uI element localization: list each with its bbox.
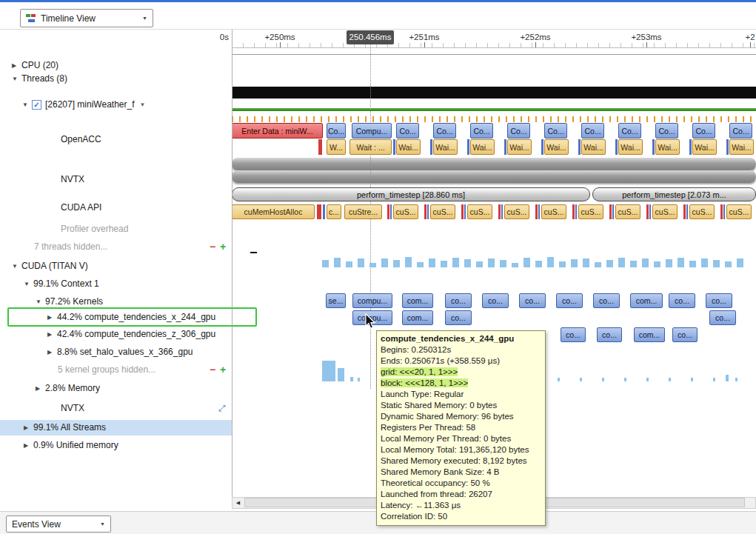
remove-hidden-rows-icon[interactable]: − xyxy=(210,364,215,376)
kernels-row-1-event[interactable]: co... xyxy=(556,293,583,308)
sidebar-row[interactable]: ▶2.8% Memory xyxy=(0,382,232,395)
kernels-row-1-event[interactable]: co... xyxy=(593,293,620,308)
cuda-api-tick[interactable] xyxy=(612,204,614,219)
add-hidden-rows-icon[interactable]: + xyxy=(220,364,226,376)
sidebar-row[interactable]: NVTX⤢ xyxy=(0,402,232,415)
openacc-wait-event[interactable]: Wai... xyxy=(655,139,680,155)
openacc-wait-tick[interactable] xyxy=(652,139,655,155)
openacc-compute-event[interactable]: Co... xyxy=(396,123,419,138)
cuda-api-tick[interactable] xyxy=(498,204,501,219)
openacc-compute-event[interactable]: Co... xyxy=(581,123,604,138)
cuda-api-event[interactable]: cuS... xyxy=(726,204,752,219)
openacc-wait-event[interactable]: Wai... xyxy=(544,139,569,155)
cuda-api-event[interactable]: cuS... xyxy=(615,204,640,219)
cuda-api-tick[interactable] xyxy=(723,204,725,219)
tree-collapse-icon[interactable]: ▼ xyxy=(12,260,21,273)
openacc-compute-event[interactable]: Co... xyxy=(507,123,530,138)
kernels-row-1-event[interactable]: se... xyxy=(326,293,346,308)
cuda-api-tick[interactable] xyxy=(461,204,464,219)
sidebar-row[interactable]: ▶CPU (20) xyxy=(0,59,232,72)
openacc-compute-event[interactable]: Co... xyxy=(618,123,641,138)
tree-collapse-icon[interactable]: ▼ xyxy=(22,99,32,111)
tree-expand-icon[interactable]: ▶ xyxy=(47,328,57,341)
sidebar-row[interactable]: ▶42.4% compute_tendencies_z_306_gpu xyxy=(0,328,232,341)
kernels-row-2-event[interactable]: co... xyxy=(709,310,736,325)
openacc-compute-event[interactable]: Co... xyxy=(327,123,346,138)
sidebar-row[interactable]: 5 kernel groups hidden...−+ xyxy=(0,364,232,376)
tree-expand-icon[interactable]: ▶ xyxy=(47,346,57,358)
cuda-api-tick[interactable] xyxy=(390,204,392,219)
kernels-row-2-event[interactable]: com... xyxy=(402,310,433,325)
openacc-wait-tick[interactable] xyxy=(467,139,469,155)
openacc-wait-event[interactable]: Wai... xyxy=(396,139,421,155)
openacc-wait-event[interactable]: Wai... xyxy=(692,139,717,155)
openacc-wait-tick[interactable] xyxy=(430,139,432,155)
cuda-api-event[interactable]: cuS... xyxy=(430,204,455,219)
sidebar-row[interactable]: ▼✓[26207] miniWeather_f▼ xyxy=(0,99,232,111)
nvtx-range-event[interactable]: perform_timestep [2.073 m... xyxy=(592,187,756,201)
cuda-api-event[interactable]: cuMemHostAlloc xyxy=(232,204,315,219)
kernels-row-3-event[interactable]: co... xyxy=(561,327,586,342)
cuda-api-tick[interactable] xyxy=(572,204,575,219)
sidebar-row[interactable]: ▼CUDA (TITAN V) xyxy=(0,260,232,273)
tree-expand-icon[interactable]: ▶ xyxy=(24,439,33,452)
cuda-api-tick[interactable] xyxy=(686,204,688,219)
cuda-api-event[interactable]: cuS... xyxy=(578,204,603,219)
openacc-compute-event[interactable]: Co... xyxy=(729,123,752,138)
cuda-api-event[interactable]: c... xyxy=(327,204,341,219)
kernels-row-3-event[interactable]: co... xyxy=(672,327,698,342)
openacc-wait-tick[interactable] xyxy=(726,139,729,155)
cuda-api-tick[interactable] xyxy=(424,204,426,219)
timeline-view-dropdown[interactable]: Timeline View ▼ xyxy=(20,9,153,27)
sidebar-row[interactable]: ▶0.9% Unified memory xyxy=(0,439,232,452)
nvtx-range-event[interactable]: perform_timestep [28.860 ms] xyxy=(232,187,590,201)
scroll-left-button[interactable]: ◀ xyxy=(233,498,244,508)
cuda-api-event[interactable]: cuS... xyxy=(467,204,492,219)
sidebar-row[interactable]: NVTX xyxy=(0,173,232,186)
expand-row-icon[interactable]: ⤢ xyxy=(218,402,226,415)
cuda-api-tick[interactable] xyxy=(538,204,540,219)
openacc-wait-tick[interactable] xyxy=(689,139,692,155)
kernels-row-3-event[interactable]: co... xyxy=(597,327,622,342)
thread-state-bar[interactable] xyxy=(232,87,756,99)
cuda-api-tick[interactable] xyxy=(501,204,503,219)
sidebar-row[interactable]: 7 threads hidden...−+ xyxy=(0,241,232,253)
add-hidden-rows-icon[interactable]: + xyxy=(220,241,226,253)
tree-expand-icon[interactable]: ▶ xyxy=(12,59,21,72)
openacc-compute-event[interactable]: Co... xyxy=(470,123,493,138)
tree-collapse-icon[interactable]: ▼ xyxy=(24,278,33,290)
openacc-wait-event[interactable]: Wai... xyxy=(729,139,754,155)
sidebar-row[interactable]: Profiler overhead xyxy=(0,223,232,236)
cuda-api-tick[interactable] xyxy=(464,204,466,219)
openacc-wait-event[interactable]: Wai... xyxy=(507,139,532,155)
openacc-wait-tick[interactable] xyxy=(393,139,395,155)
openacc-compute-event[interactable]: Enter Data : miniW... xyxy=(232,123,323,138)
kernels-row-1-event[interactable]: com... xyxy=(630,293,663,308)
openacc-compute-event[interactable]: Co... xyxy=(655,123,678,138)
openacc-wait-tick[interactable] xyxy=(578,139,581,155)
cuda-api-tick[interactable] xyxy=(609,204,612,219)
openacc-wait-tick[interactable] xyxy=(541,139,543,155)
kernels-row-1-event[interactable]: com... xyxy=(402,293,433,308)
openacc-wait-tick[interactable] xyxy=(318,139,322,155)
openacc-wait-tick[interactable] xyxy=(504,139,506,155)
kernels-row-3-event[interactable]: com... xyxy=(634,327,665,342)
cuda-api-tick[interactable] xyxy=(535,204,538,219)
cuda-api-tick[interactable] xyxy=(387,204,389,219)
memory-transfer-bar[interactable] xyxy=(322,361,335,381)
kernels-row-1-event[interactable]: co... xyxy=(445,293,472,308)
tree-collapse-icon[interactable]: ▼ xyxy=(12,73,21,85)
openacc-wait-event[interactable]: Wai... xyxy=(618,139,643,155)
cuda-api-event[interactable]: cuS... xyxy=(541,204,566,219)
cuda-api-event[interactable]: cuS... xyxy=(504,204,529,219)
openacc-wait-event[interactable]: Wai... xyxy=(581,139,606,155)
kernels-row-2-event[interactable]: co... xyxy=(445,310,472,325)
remove-hidden-rows-icon[interactable]: − xyxy=(210,241,215,253)
sidebar-row[interactable]: ▼Threads (8) xyxy=(0,73,232,85)
checkbox-checked-icon[interactable]: ✓ xyxy=(32,100,41,110)
memory-transfer-bar[interactable] xyxy=(350,377,353,381)
time-cursor-badge[interactable]: 250.456ms xyxy=(347,30,394,44)
tree-collapse-icon[interactable]: ▼ xyxy=(36,296,45,308)
kernels-row-1-event[interactable]: compu... xyxy=(352,293,392,308)
dropdown-caret-icon[interactable]: ▼ xyxy=(140,99,146,111)
